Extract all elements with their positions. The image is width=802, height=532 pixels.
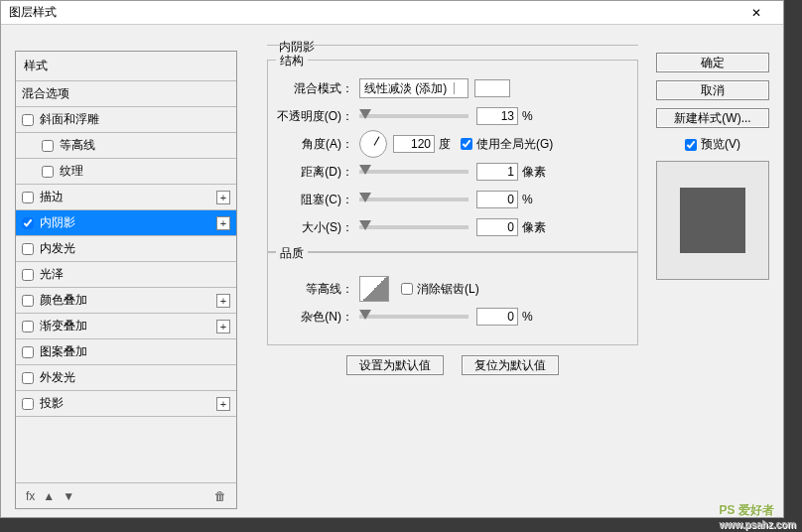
drop-shadow-row[interactable]: 投影 + [16, 391, 236, 417]
preview-swatch [680, 188, 745, 253]
blending-options-row[interactable]: 混合选项 [16, 81, 236, 107]
add-icon[interactable]: + [216, 216, 230, 230]
opacity-label: 不透明度(O)： [276, 108, 359, 125]
make-default-button[interactable]: 设置为默认值 [346, 355, 444, 375]
pattern-overlay-row[interactable]: 图案叠加 [16, 339, 236, 365]
choke-label: 阻塞(C)： [276, 192, 359, 208]
stroke-checkbox[interactable] [22, 192, 34, 203]
distance-slider[interactable] [359, 170, 468, 174]
ok-button[interactable]: 确定 [656, 53, 769, 72]
size-label: 大小(S)： [276, 219, 359, 236]
preview-box [656, 161, 769, 280]
quality-group: 品质 等高线： 消除锯齿(L) 杂色(N)： 0 % [267, 252, 638, 345]
inner-glow-checkbox[interactable] [22, 243, 34, 255]
arrow-up-icon[interactable]: ▲ [43, 489, 55, 503]
blend-mode-label: 混合模式： [276, 80, 359, 97]
dialog-title: 图层样式 [9, 4, 737, 21]
noise-slider[interactable] [359, 315, 468, 319]
pattern-overlay-checkbox[interactable] [22, 346, 34, 358]
gradient-overlay-row[interactable]: 渐变叠加 + [16, 314, 236, 339]
color-overlay-row[interactable]: 颜色叠加 + [16, 288, 236, 314]
antialias-checkbox[interactable] [401, 283, 413, 295]
titlebar[interactable]: 图层样式 ✕ [1, 1, 783, 25]
color-swatch[interactable] [474, 79, 510, 97]
fx-icon[interactable]: fx [26, 489, 35, 503]
inner-shadow-checkbox[interactable] [22, 217, 34, 229]
watermark: PS 爱好者 www.psahz.com [720, 496, 796, 530]
size-input[interactable]: 0 [476, 218, 518, 236]
angle-dial[interactable] [359, 130, 387, 158]
drop-shadow-checkbox[interactable] [22, 398, 34, 410]
noise-input[interactable]: 0 [476, 308, 518, 326]
antialias-label: 消除锯齿(L) [417, 281, 479, 298]
outer-glow-row[interactable]: 外发光 [16, 365, 236, 391]
reset-default-button[interactable]: 复位为默认值 [462, 355, 559, 375]
color-overlay-checkbox[interactable] [22, 295, 34, 307]
angle-label: 角度(A)： [276, 136, 359, 153]
opacity-input[interactable]: 13 [476, 107, 518, 125]
choke-input[interactable]: 0 [476, 191, 518, 208]
bevel-checkbox[interactable] [22, 114, 34, 126]
structure-group: 结构 混合模式： 线性减淡 (添加) 不透明度(O)： 13 % 角度(A)： [267, 60, 638, 252]
choke-slider[interactable] [359, 198, 468, 201]
size-slider[interactable] [359, 225, 468, 229]
dialog-buttons: 确定 取消 新建样式(W)... 预览(V) [656, 53, 769, 280]
structure-label: 结构 [276, 53, 308, 69]
inner-glow-row[interactable]: 内发光 [16, 236, 236, 262]
add-icon[interactable]: + [216, 191, 230, 204]
cancel-button[interactable]: 取消 [656, 80, 769, 100]
satin-row[interactable]: 光泽 [16, 262, 236, 288]
add-icon[interactable]: + [216, 294, 230, 308]
effect-settings: 内阴影 结构 混合模式： 线性减淡 (添加) 不透明度(O)： 13 % [267, 45, 638, 519]
gradient-overlay-checkbox[interactable] [22, 321, 34, 332]
global-light-label: 使用全局光(G) [476, 136, 553, 153]
styles-header[interactable]: 样式 [16, 52, 236, 81]
contour-checkbox[interactable] [42, 140, 54, 152]
preview-label: 预览(V) [701, 136, 740, 153]
close-icon[interactable]: ✕ [737, 6, 775, 20]
contour-label: 等高线： [276, 281, 359, 298]
distance-label: 距离(D)： [276, 164, 359, 181]
texture-row[interactable]: 纹理 [16, 159, 236, 185]
blend-mode-select[interactable]: 线性减淡 (添加) [359, 78, 468, 98]
layer-style-dialog: 图层样式 ✕ 样式 混合选项 斜面和浮雕 等高线 纹理 描边 [0, 0, 784, 518]
preview-checkbox[interactable] [685, 139, 697, 151]
global-light-checkbox[interactable] [461, 138, 472, 150]
outer-glow-checkbox[interactable] [22, 372, 34, 384]
arrow-down-icon[interactable]: ▼ [63, 489, 74, 503]
stroke-row[interactable]: 描边 + [16, 185, 236, 210]
contour-picker[interactable] [359, 276, 389, 302]
opacity-slider[interactable] [359, 114, 468, 118]
distance-input[interactable]: 1 [476, 163, 518, 181]
satin-checkbox[interactable] [22, 269, 34, 281]
inner-shadow-row[interactable]: 内阴影 + [16, 210, 236, 236]
bevel-row[interactable]: 斜面和浮雕 [16, 107, 236, 133]
contour-row[interactable]: 等高线 [16, 133, 236, 159]
add-icon[interactable]: + [216, 397, 230, 411]
texture-checkbox[interactable] [42, 166, 54, 178]
angle-input[interactable]: 120 [393, 135, 435, 153]
styles-list: 样式 混合选项 斜面和浮雕 等高线 纹理 描边 + [15, 51, 237, 509]
styles-footer: fx ▲ ▼ 🗑 [16, 482, 236, 508]
quality-label: 品质 [276, 245, 308, 262]
noise-label: 杂色(N)： [276, 309, 359, 326]
trash-icon[interactable]: 🗑 [214, 489, 226, 503]
new-style-button[interactable]: 新建样式(W)... [656, 108, 769, 128]
add-icon[interactable]: + [216, 320, 230, 333]
